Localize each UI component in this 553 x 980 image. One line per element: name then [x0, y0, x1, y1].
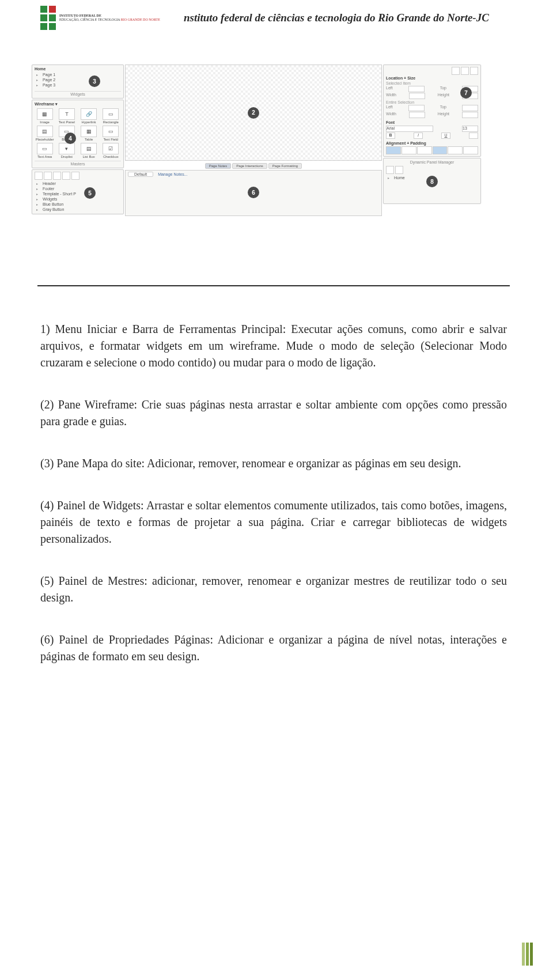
callout-5: 5: [84, 187, 96, 199]
footer-decoration: [522, 943, 533, 966]
dyn-tool-icon[interactable]: [386, 166, 394, 174]
top-label2: Top: [440, 105, 446, 111]
selected-item-label: Selected Item: [386, 81, 478, 85]
valign-middle-button[interactable]: [448, 146, 463, 154]
widget-text-field[interactable]: ▭Text Field: [101, 126, 121, 141]
widget-rectangle[interactable]: ▭Rectangle: [101, 108, 121, 124]
callout-7: 7: [460, 87, 472, 99]
dynamic-panel-manager: Dynamic Panel Manager Home 8: [383, 158, 481, 204]
tool-icon[interactable]: [470, 67, 478, 75]
page-properties-tabs: Page Notes Page Interactions Page Format…: [125, 163, 382, 169]
add-master-icon[interactable]: [35, 172, 43, 180]
top-label: Top: [440, 86, 446, 92]
top-input2[interactable]: [462, 105, 478, 111]
font-select[interactable]: Arial: [386, 126, 433, 132]
align-left-button[interactable]: [386, 146, 401, 154]
tool-icon[interactable]: [452, 67, 460, 75]
align-center-button[interactable]: [402, 146, 416, 154]
logo-line1: INSTITUTO FEDERAL DE: [59, 14, 160, 18]
paragraph-2: (2) Pane Wireframe: Crie suas páginas ne…: [40, 396, 507, 430]
widget-list-box[interactable]: ▤List Box: [79, 143, 99, 158]
entire-selection-label: Entire Selection: [386, 100, 478, 104]
height-label: Height: [438, 93, 449, 99]
valign-bottom-button[interactable]: [463, 146, 478, 154]
paragraph-5: (5) Painel de Mestres: adicionar, remove…: [40, 573, 507, 606]
widget-checkbox[interactable]: ☑Checkbox: [101, 143, 121, 158]
alignment-section: Alignment + Padding: [386, 141, 478, 145]
properties-panel: Location + Size Selected Item LeftTop Wi…: [383, 65, 481, 157]
underline-button[interactable]: U: [441, 133, 450, 139]
section-divider: [37, 285, 510, 286]
page-title: nstituto federal de ciências e tecnologi…: [160, 12, 507, 24]
institution-logo: INSTITUTO FEDERAL DE EDUCAÇÃO, CIÊNCIA E…: [40, 6, 160, 30]
sitemap-page[interactable]: Page 2: [35, 77, 121, 82]
callout-6: 6: [248, 187, 259, 198]
widget-text-panel[interactable]: TText Panel: [56, 108, 77, 124]
wireframe-canvas[interactable]: 2: [125, 65, 382, 161]
master-item[interactable]: Footer: [35, 186, 121, 191]
widget-image[interactable]: ▩Image: [35, 108, 55, 124]
location-size-section: Location + Size: [386, 76, 478, 80]
height-input2[interactable]: [462, 112, 478, 118]
sitemap-page[interactable]: Page 3: [35, 82, 121, 88]
left-input2[interactable]: [408, 105, 425, 111]
color-button[interactable]: [469, 133, 478, 139]
master-item[interactable]: Blue Button: [35, 202, 121, 207]
axure-screenshot: Home Page 1 Page 2 Page 3 3 Widgets Wire…: [32, 65, 481, 216]
widget-placeholder[interactable]: ▤Placeholder: [35, 126, 55, 141]
valign-top-button[interactable]: [433, 146, 448, 154]
callout-3: 3: [89, 75, 100, 87]
master-item[interactable]: Header: [35, 181, 121, 186]
add-folder-icon[interactable]: [44, 172, 52, 180]
delete-icon[interactable]: [71, 172, 79, 180]
paragraph-4: (4) Painel de Widgets: Arrastar e soltar…: [40, 497, 507, 547]
body-content: 1) Menu Iniciar e Barra de Ferramentas P…: [40, 321, 507, 665]
left-label2: Left: [386, 105, 393, 111]
up-icon[interactable]: [53, 172, 61, 180]
width-input2[interactable]: [409, 112, 425, 118]
document-header: INSTITUTO FEDERAL DE EDUCAÇÃO, CIÊNCIA E…: [40, 6, 507, 30]
widget-hyperlink[interactable]: 🔗Hyperlink: [79, 108, 99, 124]
logo-line2: EDUCAÇÃO, CIÊNCIA E TECNOLOGIA: [59, 18, 120, 21]
paragraph-1: 1) Menu Iniciar e Barra de Ferramentas P…: [40, 321, 507, 371]
callout-8: 8: [426, 176, 438, 187]
height-label2: Height: [438, 112, 449, 118]
tab-page-interactions[interactable]: Page Interactions: [232, 163, 267, 169]
left-label: Left: [386, 86, 393, 92]
widget-droplist[interactable]: ▾Droplist: [56, 143, 77, 158]
widgets-library-selector[interactable]: Wireframe ▾: [35, 102, 121, 107]
masters-label: Masters: [35, 161, 121, 166]
tool-icon[interactable]: [461, 67, 469, 75]
sitemap-title: Home: [35, 67, 121, 71]
dyn-tool-icon[interactable]: [395, 166, 403, 174]
master-item[interactable]: Gray Button: [35, 207, 121, 212]
italic-button[interactable]: I: [414, 133, 423, 139]
masters-panel: HeaderFooterTemplate - Short PWidgetsBlu…: [32, 169, 124, 214]
align-right-button[interactable]: [417, 146, 432, 154]
bold-button[interactable]: B: [386, 133, 395, 139]
master-item[interactable]: Widgets: [35, 196, 121, 202]
manage-notes-link[interactable]: Manage Notes...: [158, 172, 187, 176]
width-label: Width: [386, 93, 396, 99]
sitemap-page[interactable]: Page 1: [35, 72, 121, 77]
logo-line3: RIO GRANDE DO NORTE: [121, 18, 160, 21]
master-item[interactable]: Template - Short P: [35, 191, 121, 196]
sitemap-panel: Home Page 1 Page 2 Page 3 3 Widgets: [32, 65, 124, 99]
widgets-panel: Wireframe ▾ 4 ▩ImageTText Panel🔗Hyperlin…: [32, 100, 124, 168]
paragraph-6: (6) Painel de Propriedades Páginas: Adic…: [40, 631, 507, 665]
width-input[interactable]: [409, 93, 425, 99]
callout-4: 4: [65, 133, 76, 144]
notes-default-select[interactable]: Default: [128, 172, 153, 177]
tab-page-formatting[interactable]: Page Formatting: [268, 163, 302, 169]
widget-text-area[interactable]: ▭Text Area: [35, 143, 55, 158]
width-label2: Width: [386, 112, 396, 118]
widget-table[interactable]: ▦Table: [79, 126, 99, 141]
paragraph-3: (3) Pane Mapa do site: Adicionar, remove…: [40, 455, 507, 472]
down-icon[interactable]: [62, 172, 70, 180]
left-input[interactable]: [408, 86, 425, 92]
widgets-label: Widgets: [35, 91, 121, 96]
callout-2: 2: [248, 107, 259, 119]
tab-page-notes[interactable]: Page Notes: [205, 163, 231, 169]
notes-panel: Default Manage Notes... 6: [125, 170, 382, 216]
font-size-input[interactable]: 13: [462, 126, 478, 132]
